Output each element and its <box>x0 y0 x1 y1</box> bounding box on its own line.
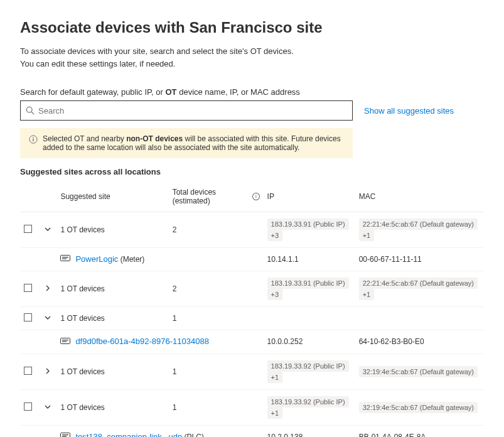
total-devices-cell: 2 <box>169 271 264 307</box>
info-icon <box>29 135 38 144</box>
mac-cell: 22:21:4e:5c:ab:67 (Default gateway)+1 <box>355 271 484 307</box>
page-description: To associate devices with your site, sea… <box>20 45 484 70</box>
device-ip-cell: 10.14.1.1 <box>264 248 355 271</box>
device-row: df9d0fbe-601a-4b92-8976-1103408810.0.0.2… <box>20 330 484 353</box>
mac-cell: 22:21:4e:5c:ab:67 (Default gateway)+1 <box>355 212 484 248</box>
table-row: 1 OT devices1183.19.33.92 (Public IP)+13… <box>20 353 484 389</box>
row-checkbox[interactable] <box>24 225 32 233</box>
device-name-cell: test138_companion-link._udp (PLC) <box>56 425 263 437</box>
section-title: Suggested sites across all locations <box>20 167 484 176</box>
mac-cell: 32:19:4e:5c:ab:67 (Default gateway) <box>355 353 484 389</box>
ip-cell: 183.19.33.92 (Public IP)+1 <box>264 389 355 425</box>
suggested-site-cell: 1 OT devices <box>56 389 168 425</box>
svg-rect-6 <box>62 257 68 257</box>
ip-cell: 183.19.33.91 (Public IP)+3 <box>264 271 355 307</box>
svg-rect-4 <box>33 139 33 141</box>
total-devices-cell: 1 <box>169 353 264 389</box>
search-input[interactable] <box>38 106 347 116</box>
svg-rect-5 <box>61 256 70 261</box>
svg-rect-12 <box>62 434 68 435</box>
device-icon <box>60 433 70 437</box>
search-label: Search for default gateway, public IP, o… <box>20 87 484 97</box>
total-devices-cell: 2 <box>169 212 264 248</box>
svg-point-3 <box>33 137 34 138</box>
table-row: 1 OT devices1 <box>20 307 484 330</box>
mac-cell <box>355 307 484 330</box>
svg-rect-7 <box>62 259 67 259</box>
device-mac-cell: BB-01-4A-08-4E-8A <box>355 425 484 437</box>
ip-cell <box>264 307 355 330</box>
device-row: PowerLogic (Meter)10.14.1.100-60-67-11-1… <box>20 248 484 271</box>
info-banner: Selected OT and nearby non-OT devices wi… <box>20 128 353 158</box>
total-devices-cell: 1 <box>169 307 264 330</box>
row-checkbox[interactable] <box>24 402 32 411</box>
device-mac-cell: 64-10-62-B3-B0-E0 <box>355 330 484 353</box>
search-box[interactable] <box>20 100 353 121</box>
device-row: test138_companion-link._udp (PLC)10.2.0.… <box>20 425 484 437</box>
chevron-down-icon[interactable] <box>44 225 51 233</box>
row-checkbox[interactable] <box>24 313 32 321</box>
table-row: 1 OT devices1183.19.33.92 (Public IP)+13… <box>20 389 484 425</box>
device-name-link[interactable]: PowerLogic <box>75 254 118 264</box>
svg-rect-10 <box>62 341 67 342</box>
ip-cell: 183.19.33.92 (Public IP)+1 <box>264 353 355 389</box>
row-checkbox[interactable] <box>24 284 32 292</box>
device-name-cell: PowerLogic (Meter) <box>56 248 263 271</box>
search-icon <box>26 106 35 115</box>
page-title: Associate devices with San Francisco sit… <box>20 19 484 36</box>
mac-cell: 32:19:4e:5c:ab:67 (Default gateway) <box>355 389 484 425</box>
device-icon <box>60 338 70 347</box>
chevron-right-icon[interactable] <box>44 367 51 375</box>
col-header-total[interactable]: Total devices (estimated) i <box>169 180 264 212</box>
device-name-link[interactable]: df9d0fbe-601a-4b92-8976-11034088 <box>75 337 209 346</box>
table-row: 1 OT devices2183.19.33.91 (Public IP)+32… <box>20 271 484 307</box>
svg-point-0 <box>26 107 32 112</box>
suggested-site-cell: 1 OT devices <box>56 307 168 330</box>
suggested-site-cell: 1 OT devices <box>56 271 168 307</box>
device-icon <box>60 255 70 264</box>
col-header-mac[interactable]: MAC <box>355 180 484 212</box>
svg-rect-8 <box>61 338 70 343</box>
device-name-cell: df9d0fbe-601a-4b92-8976-11034088 <box>56 330 263 353</box>
suggested-site-cell: 1 OT devices <box>56 353 168 389</box>
total-devices-cell: 1 <box>169 389 264 425</box>
suggested-site-cell: 1 OT devices <box>56 212 168 248</box>
chevron-down-icon[interactable] <box>44 314 51 321</box>
chevron-right-icon[interactable] <box>44 284 51 292</box>
device-ip-cell: 10.2.0.138 <box>264 425 355 437</box>
table-row: 1 OT devices2183.19.33.91 (Public IP)+32… <box>20 212 484 248</box>
device-ip-cell: 10.0.0.252 <box>264 330 355 353</box>
col-header-ip[interactable]: IP <box>264 180 355 212</box>
col-header-site[interactable]: Suggested site <box>56 180 168 212</box>
svg-rect-9 <box>62 340 68 340</box>
row-checkbox[interactable] <box>24 367 32 375</box>
svg-line-1 <box>31 112 34 114</box>
ip-cell: 183.19.33.91 (Public IP)+3 <box>264 212 355 248</box>
device-name-link[interactable]: test138_companion-link._udp <box>75 432 182 437</box>
show-all-sites-link[interactable]: Show all suggested sites <box>364 106 454 116</box>
suggested-sites-table: Suggested site Total devices (estimated)… <box>20 180 484 437</box>
info-icon[interactable]: i <box>252 193 259 200</box>
chevron-down-icon[interactable] <box>44 403 51 411</box>
device-mac-cell: 00-60-67-11-11-11 <box>355 248 484 271</box>
